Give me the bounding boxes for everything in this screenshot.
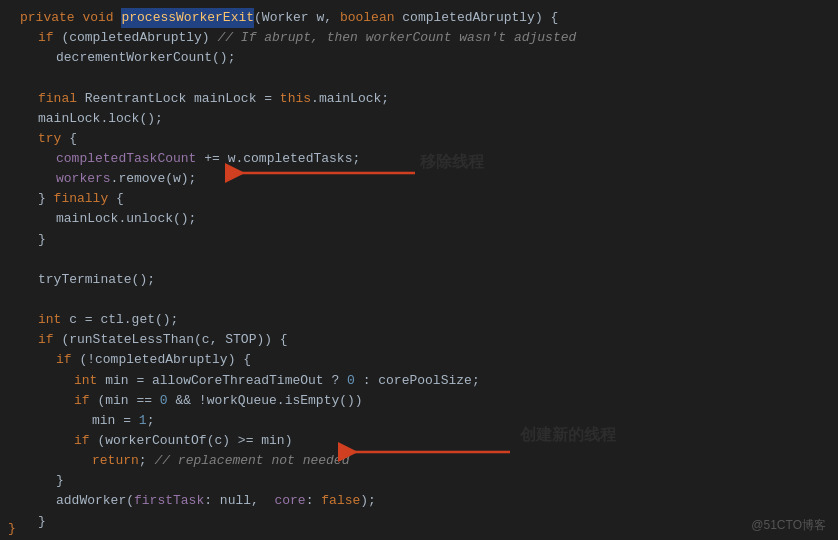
- code-line: mainLock.lock();: [0, 109, 838, 129]
- code-line: try {: [0, 129, 838, 149]
- code-container: private void processWorkerExit(Worker w,…: [0, 0, 838, 540]
- code-line: mainLock.unlock();: [0, 209, 838, 229]
- code-line: }: [0, 512, 838, 532]
- code-line: } finally {: [0, 189, 838, 209]
- code-line: completedTaskCount += w.completedTasks;: [0, 149, 838, 169]
- code-line: decrementWorkerCount();: [0, 48, 838, 68]
- code-line: [0, 250, 838, 270]
- code-line: tryTerminate();: [0, 270, 838, 290]
- add-label: 创建新的线程: [520, 425, 616, 446]
- code-line: int min = allowCoreThreadTimeOut ? 0 : c…: [0, 371, 838, 391]
- code-line: if (completedAbruptly) // If abrupt, the…: [0, 28, 838, 48]
- watermark: @51CTO博客: [751, 517, 826, 534]
- code-line: min = 1;: [0, 411, 838, 431]
- code-line: if (runStateLessThan(c, STOP)) {: [0, 330, 838, 350]
- remove-label: 移除线程: [420, 152, 484, 173]
- code-line: }: [0, 471, 838, 491]
- code-line: if (!completedAbruptly) {: [0, 350, 838, 370]
- code-line: if (workerCountOf(c) >= min): [0, 431, 838, 451]
- closing-bracket: }: [0, 521, 16, 540]
- code-line: addWorker(firstTask: null, core: false);: [0, 491, 838, 511]
- code-line: private void processWorkerExit(Worker w,…: [0, 8, 838, 28]
- code-line: workers.remove(w);: [0, 169, 838, 189]
- code-line: if (min == 0 && !workQueue.isEmpty()): [0, 391, 838, 411]
- code-line: }: [0, 230, 838, 250]
- code-line: int c = ctl.get();: [0, 310, 838, 330]
- code-line: return; // replacement not needed: [0, 451, 838, 471]
- code-line: final ReentrantLock mainLock = this.main…: [0, 89, 838, 109]
- code-line: [0, 290, 838, 310]
- code-line: [0, 68, 838, 88]
- code-lines: private void processWorkerExit(Worker w,…: [0, 8, 838, 532]
